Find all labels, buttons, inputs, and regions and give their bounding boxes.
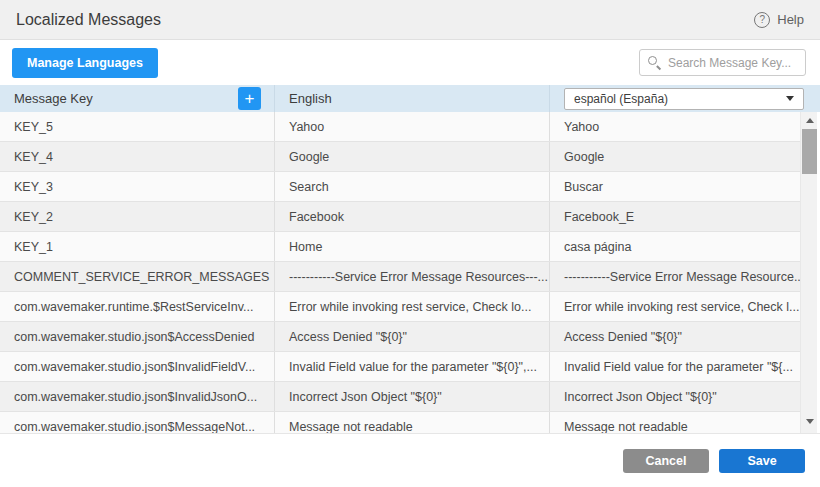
scrollbar-thumb[interactable] (802, 129, 817, 174)
message-key-header-label: Message Key (14, 91, 93, 106)
table-body: KEY_5 Yahoo Yahoo KEY_4 Google Google KE… (0, 112, 820, 434)
translation-cell[interactable]: Error while invoking rest service, Check… (550, 292, 800, 321)
table-row[interactable]: com.wavemaker.studio.json$MessageNot... … (0, 412, 800, 434)
table-row[interactable]: com.wavemaker.runtime.$RestServiceInv...… (0, 292, 800, 322)
english-cell[interactable]: Invalid Field value for the parameter "$… (275, 352, 550, 381)
message-key-cell: com.wavemaker.runtime.$RestServiceInv... (0, 292, 275, 321)
table-row[interactable]: com.wavemaker.studio.json$AccessDenied A… (0, 322, 800, 352)
english-cell[interactable]: Home (275, 232, 550, 261)
manage-languages-button[interactable]: Manage Languages (12, 48, 158, 78)
table-row[interactable]: KEY_5 Yahoo Yahoo (0, 112, 800, 142)
table-rows: KEY_5 Yahoo Yahoo KEY_4 Google Google KE… (0, 112, 800, 434)
language-select-value: español (España) (574, 92, 668, 106)
scroll-down-button[interactable] (801, 413, 818, 430)
search-box (639, 49, 806, 76)
translation-cell[interactable]: Google (550, 142, 800, 171)
table-row[interactable]: KEY_4 Google Google (0, 142, 800, 172)
table-row[interactable]: COMMENT_SERVICE_ERROR_MESSAGES ---------… (0, 262, 800, 292)
table-row[interactable]: com.wavemaker.studio.json$InvalidJsonO..… (0, 382, 800, 412)
english-cell[interactable]: Yahoo (275, 112, 550, 141)
english-cell[interactable]: Access Denied "${0}" (275, 322, 550, 351)
page-title: Localized Messages (16, 11, 161, 29)
translation-cell[interactable]: Message not readable (550, 412, 800, 434)
message-key-cell: KEY_2 (0, 202, 275, 231)
message-key-cell: KEY_3 (0, 172, 275, 201)
table-row[interactable]: KEY_1 Home casa página (0, 232, 800, 262)
message-key-cell: COMMENT_SERVICE_ERROR_MESSAGES (0, 262, 275, 291)
help-label: Help (777, 12, 804, 27)
footer: Cancel Save (0, 434, 820, 487)
scroll-up-icon (806, 118, 814, 123)
english-cell[interactable]: -----------Service Error Message Resourc… (275, 262, 550, 291)
language-header-cell: español (España) (550, 85, 820, 112)
translation-cell[interactable]: Facebook_E (550, 202, 800, 231)
translation-cell[interactable]: Yahoo (550, 112, 800, 141)
title-bar: Localized Messages ? Help (0, 0, 820, 40)
message-key-cell: com.wavemaker.studio.json$AccessDenied (0, 322, 275, 351)
translation-cell[interactable]: Buscar (550, 172, 800, 201)
english-cell[interactable]: Facebook (275, 202, 550, 231)
message-key-cell: KEY_4 (0, 142, 275, 171)
translation-cell[interactable]: Access Denied "${0}" (550, 322, 800, 351)
translation-cell[interactable]: Incorrect Json Object "${0}" (550, 382, 800, 411)
search-icon (648, 56, 661, 69)
chevron-down-icon (786, 96, 794, 101)
message-key-cell: com.wavemaker.studio.json$InvalidJsonO..… (0, 382, 275, 411)
message-key-cell: com.wavemaker.studio.json$InvalidFieldV.… (0, 352, 275, 381)
help-icon: ? (754, 12, 770, 28)
search-input[interactable] (639, 49, 806, 76)
english-cell[interactable]: Error while invoking rest service, Check… (275, 292, 550, 321)
english-cell[interactable]: Search (275, 172, 550, 201)
table-row[interactable]: KEY_2 Facebook Facebook_E (0, 202, 800, 232)
english-cell[interactable]: Google (275, 142, 550, 171)
english-header-cell: English (275, 85, 550, 112)
localized-messages-dialog: Localized Messages ? Help Manage Languag… (0, 0, 820, 487)
translation-cell[interactable]: Invalid Field value for the parameter "$… (550, 352, 800, 381)
language-select[interactable]: español (España) (564, 88, 804, 110)
message-key-cell: KEY_5 (0, 112, 275, 141)
message-key-cell: com.wavemaker.studio.json$MessageNot... (0, 412, 275, 434)
english-header-label: English (289, 91, 332, 106)
save-button[interactable]: Save (719, 449, 805, 473)
translation-cell[interactable]: -----------Service Error Message Resourc… (550, 262, 800, 291)
cancel-button[interactable]: Cancel (623, 449, 709, 473)
table-header-row: Message Key + English español (España) (0, 85, 820, 112)
vertical-scrollbar[interactable] (800, 112, 817, 434)
scroll-up-button[interactable] (801, 112, 818, 129)
english-cell[interactable]: Incorrect Json Object "${0}" (275, 382, 550, 411)
scroll-down-icon (806, 419, 814, 424)
toolbar: Manage Languages (0, 40, 820, 85)
message-key-cell: KEY_1 (0, 232, 275, 261)
add-language-button[interactable]: + (238, 87, 261, 110)
help-button[interactable]: ? Help (754, 12, 804, 28)
english-cell[interactable]: Message not readable (275, 412, 550, 434)
table-row[interactable]: com.wavemaker.studio.json$InvalidFieldV.… (0, 352, 800, 382)
table-row[interactable]: KEY_3 Search Buscar (0, 172, 800, 202)
message-key-header-cell: Message Key + (0, 85, 275, 112)
translation-cell[interactable]: casa página (550, 232, 800, 261)
